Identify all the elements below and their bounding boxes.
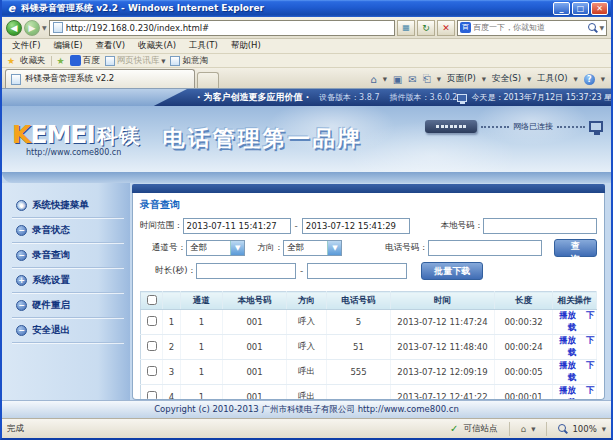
cell: 1 [181,385,223,401]
zoom-icon[interactable] [558,424,567,433]
favorite-baidu[interactable]: 百度 [70,55,100,67]
menu-view[interactable]: 查看(V) [90,39,131,53]
tab-kemei[interactable]: 科镁录音管理系统 v2.2 [5,69,195,88]
cell: 00:00:24 [495,335,553,360]
safety-menu[interactable]: 安全(S) [492,73,521,85]
time-to-input[interactable] [302,218,410,234]
direction-label: 方向： [245,242,283,254]
chevron-down-icon: ▼ [437,76,441,82]
cell [327,385,391,401]
search-input[interactable] [473,23,586,32]
cell: 2013-07-12 12:09:19 [391,360,495,385]
play-link[interactable]: 播放 [559,310,576,320]
read-mail-icon[interactable]: ✉ [408,74,416,85]
sidebar-item-2[interactable]: +系统设置 [12,268,124,293]
duration-min-input[interactable] [196,263,296,279]
cell: 呼入 [287,310,327,335]
chevron-down-icon[interactable]: ▼ [531,426,535,432]
page-icon [105,56,115,66]
sidebar-item-3[interactable]: −硬件重启 [12,293,124,318]
tab-title: 科镁录音管理系统 v2.2 [25,73,114,85]
page-icon [170,56,180,66]
gear-icon: ◉ [16,200,27,211]
row-checkbox[interactable] [147,341,157,351]
favorite-web-slices[interactable]: 网页快讯库 ▼ [105,55,166,67]
help-icon[interactable]: ? [584,74,595,85]
address-bar[interactable] [49,20,395,36]
maximize-button[interactable]: □ [572,2,589,15]
phone-number-label: 电话号码： [342,242,427,254]
history-dropdown-icon[interactable]: ▼ [42,24,47,31]
cell: 00:00:05 [495,360,553,385]
form-row-channel: 通道号： 全部 ▼ 方向： 全部 ▼ 电话号码： 查 询 [140,239,597,257]
play-link[interactable]: 播放 [559,385,576,395]
home-icon[interactable]: ⌂ [370,74,376,85]
channel-select[interactable]: 全部 ▼ [186,240,245,256]
table-row: 21001呼入512013-07-12 11:48:4000:00:24播放下载 [141,335,597,360]
banner-swoosh [2,89,187,106]
tools-menu[interactable]: 工具(O) [537,73,567,85]
browser-window: e 科镁录音管理系统 v2.2 - Windows Internet Explo… [0,0,613,440]
favorite-ruyitao[interactable]: 如意淘 [170,55,208,67]
cell: 1 [163,310,181,335]
content-column: 录音查询 时间范围： - 本地号码： 通道号： 全部 ▼ [130,183,611,400]
sidebar-item-0[interactable]: −录音状态 [12,218,124,243]
chevron-down-icon[interactable]: ▼ [602,426,606,432]
cell: 呼入 [287,335,327,360]
cell: 00:00:01 [495,385,553,401]
favorites-star-icon[interactable]: ★ [7,56,15,66]
protected-mode-icon[interactable]: ⌂ [521,424,527,434]
select-all-checkbox[interactable] [147,295,157,305]
window-title: 科镁录音管理系统 v2.2 - Windows Internet Explore… [21,2,551,15]
search-dropdown-icon[interactable]: ▼ [599,24,604,31]
local-number-input[interactable] [483,218,597,234]
dash: - [300,266,303,276]
close-button[interactable]: ✕ [591,2,608,15]
direction-select[interactable]: 全部 ▼ [283,240,342,256]
page-menu[interactable]: 页面(P) [447,73,476,85]
query-button[interactable]: 查 询 [554,239,597,257]
separator [51,56,52,66]
search-box[interactable]: 百 ▼ [457,20,607,36]
command-bar: ⌂▼ ▣ ✉ ⎗▼ 页面(P)▼ 安全(S)▼ 工具(O)▼ ?▼ [370,73,611,88]
add-favorite-icon[interactable]: ★ [57,56,65,66]
print-icon[interactable]: ⎗ [423,73,431,85]
recordings-table: 通道本地号码方向电话号码时间长度相关操作 11001呼入52013-07-12 … [140,291,597,400]
play-link[interactable]: 播放 [559,335,576,345]
batch-download-button[interactable]: 批量下载 [421,262,483,280]
menu-favorites[interactable]: 收藏夹(A) [132,39,182,53]
new-tab-button[interactable] [197,72,219,88]
menu-file[interactable]: 文件(F) [6,39,47,53]
chevron-down-icon: ▼ [230,241,244,255]
time-from-input[interactable] [183,218,291,234]
search-icon[interactable] [588,23,597,32]
table-row: 41001呼出2013-07-12 12:41:2200:00:01播放下载 [141,385,597,401]
title-bar: e 科镁录音管理系统 v2.2 - Windows Internet Explo… [2,0,611,17]
feeds-icon[interactable]: ▣ [393,74,402,85]
play-link[interactable]: 播放 [559,360,576,370]
menu-help[interactable]: 帮助(H) [225,39,267,53]
url-input[interactable] [66,23,391,33]
baidu-icon: 百 [460,22,471,33]
menu-tools[interactable]: 工具(T) [183,39,224,53]
sidebar-item-4[interactable]: −安全退出 [12,318,124,343]
stop-button[interactable]: ✕ [437,20,455,36]
minimize-button[interactable]: _ [553,2,570,15]
refresh-button[interactable]: ↻ [417,20,435,36]
row-checkbox[interactable] [147,391,157,400]
separator [546,422,547,436]
sidebar-item-1[interactable]: −录音查询 [12,243,124,268]
duration-max-input[interactable] [307,263,407,279]
compatibility-view-button[interactable]: ▦ [397,20,415,36]
menu-edit[interactable]: 编辑(E) [48,39,89,53]
row-checkbox[interactable] [147,316,157,326]
forward-button[interactable]: ▶ [24,20,40,36]
chevron-down-icon: ▼ [574,76,578,82]
phone-number-input[interactable] [428,240,542,256]
row-checkbox[interactable] [147,366,157,376]
cell: 001 [223,385,287,401]
back-button[interactable]: ◀ [6,20,22,36]
favorites-label[interactable]: 收藏夹 [20,55,46,67]
column-header: 长度 [495,292,553,310]
zoom-level[interactable]: 100% [572,424,596,434]
